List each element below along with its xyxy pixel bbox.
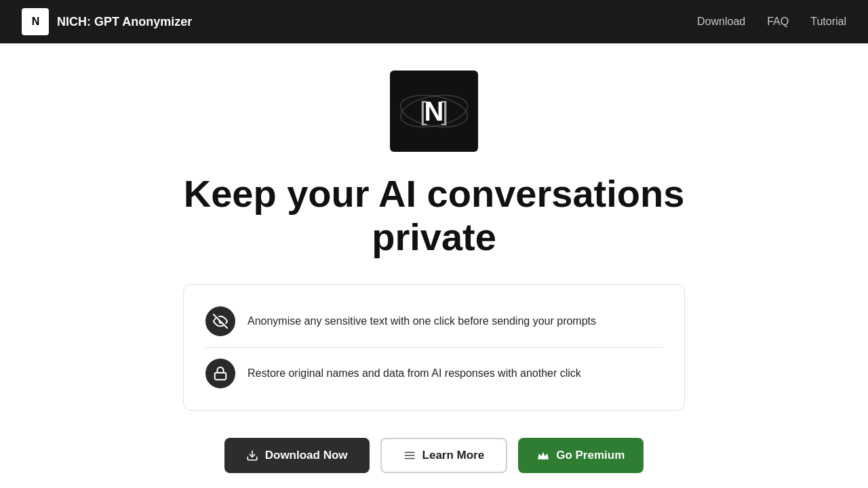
nav-link-faq[interactable]: FAQ: [767, 16, 789, 28]
feature-text-restore: Restore original names and data from AI …: [248, 367, 581, 380]
nav-link-download[interactable]: Download: [697, 16, 745, 28]
feature-item-anonymise: Anonymise any sensitive text with one cl…: [205, 296, 663, 347]
feature-item-restore: Restore original names and data from AI …: [205, 348, 663, 399]
nav-links: Download FAQ Tutorial: [697, 16, 846, 28]
menu-icon: [403, 449, 416, 462]
nav-link-tutorial[interactable]: Tutorial: [810, 16, 846, 28]
nav-title: NICH: GPT Anonymizer: [57, 15, 192, 29]
download-now-button[interactable]: Download Now: [224, 438, 370, 473]
hero-logo-inner: [ N ]: [420, 96, 448, 127]
lock-icon: [205, 359, 235, 388]
eye-slash-icon: [205, 306, 235, 336]
feature-text-anonymise: Anonymise any sensitive text with one cl…: [248, 315, 596, 327]
crown-icon: [537, 449, 549, 462]
hero-heading: Keep your AI conversations private: [176, 172, 692, 260]
main-content: [ N ] Keep your AI conversations private…: [0, 43, 868, 473]
download-icon: [246, 449, 258, 462]
feature-box: Anonymise any sensitive text with one cl…: [183, 284, 685, 411]
nav-logo-small: N: [22, 8, 49, 35]
hero-logo: [ N ]: [390, 70, 478, 152]
navbar: N NICH: GPT Anonymizer Download FAQ Tuto…: [0, 0, 868, 43]
go-premium-button[interactable]: Go Premium: [518, 438, 644, 473]
hero-logo-letter: N: [425, 96, 444, 127]
learn-more-button[interactable]: Learn More: [380, 438, 508, 473]
svg-rect-3: [215, 373, 226, 380]
nav-brand[interactable]: N NICH: GPT Anonymizer: [22, 8, 192, 35]
button-group: Download Now Learn More Go Premium: [224, 438, 644, 473]
